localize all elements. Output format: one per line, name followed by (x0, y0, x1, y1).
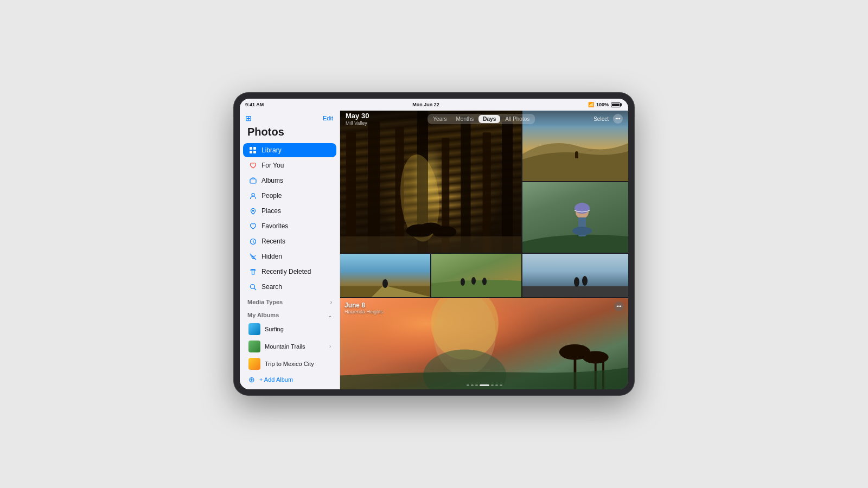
svg-rect-4 (250, 179, 256, 183)
june8-header: June 8 Hacienda Heights (344, 301, 383, 314)
june8-date: June 8 (344, 301, 383, 309)
view-tabs: Years Months Days All Photos (427, 114, 535, 124)
library-label: Library (261, 146, 331, 154)
ipad-device: 9:41 AM Mon Jun 22 📶 100% ⊞ Edit (233, 92, 635, 396)
status-date: Mon Jun 22 (412, 102, 439, 107)
sidebar-edit-button[interactable]: Edit (323, 115, 333, 121)
battery-percent: 100% (596, 102, 609, 107)
svg-rect-22 (340, 236, 521, 253)
app-body: ⊞ Edit Photos Library (240, 111, 628, 389)
svg-point-39 (583, 351, 609, 363)
photo-cyclist-woman[interactable] (522, 182, 628, 253)
photo-forest-main[interactable] (340, 111, 521, 253)
mountain-expand-icon[interactable]: › (329, 344, 331, 349)
hidden-label: Hidden (261, 253, 331, 260)
tab-all-photos[interactable]: All Photos (501, 115, 534, 123)
select-button[interactable]: Select (593, 116, 609, 122)
albums-label: Albums (261, 177, 331, 184)
more-options-button[interactable]: ••• (613, 114, 623, 124)
media-types-title: Media Types (247, 299, 283, 305)
tab-days[interactable]: Days (478, 115, 500, 123)
album-item-mexico[interactable]: Trip to Mexico City (243, 356, 336, 372)
section-date-header: May 30 Mill Valley (346, 112, 369, 126)
for-you-label: For You (261, 162, 331, 169)
svg-rect-3 (253, 151, 256, 153)
media-types-chevron[interactable]: › (330, 299, 332, 305)
status-time: 9:41 AM (245, 102, 264, 107)
sidebar-item-library[interactable]: Library (243, 143, 336, 157)
sidebar-item-recents[interactable]: Recents (243, 234, 336, 248)
svg-point-6 (252, 210, 253, 211)
photo-woman-portrait[interactable] (340, 298, 628, 389)
recents-icon (248, 237, 257, 246)
current-date-display: May 30 (346, 112, 369, 120)
photo-road-sky[interactable] (340, 254, 430, 297)
shared-albums-section-header: Shared Albums ⌄ (240, 387, 340, 389)
scroll-dot (495, 384, 498, 386)
sidebar-item-recently-deleted[interactable]: Recently Deleted (243, 265, 336, 279)
svg-point-31 (471, 277, 476, 285)
photo-cyclist-racing[interactable] (522, 254, 628, 297)
scroll-indicator (467, 384, 502, 386)
status-bar: 9:41 AM Mon Jun 22 📶 100% (240, 99, 628, 111)
hidden-icon (248, 252, 257, 261)
tab-years[interactable]: Years (429, 115, 451, 123)
svg-point-27 (572, 227, 592, 235)
current-location-display: Mill Valley (346, 120, 369, 126)
photo-content-area: May 30 Mill Valley Years Months Days All… (340, 111, 628, 389)
add-album-button[interactable]: ⊕ + Add Album (243, 373, 336, 386)
device-screen: 9:41 AM Mon Jun 22 📶 100% ⊞ Edit (240, 99, 628, 389)
tab-months[interactable]: Months (452, 115, 478, 123)
toolbar-actions: Select ••• (593, 114, 623, 124)
album-item-mountain-trails[interactable]: Mountain Trails › (243, 338, 336, 355)
photo-toolbar: May 30 Mill Valley Years Months Days All… (340, 111, 628, 127)
people-icon (248, 191, 257, 200)
svg-rect-11 (368, 121, 380, 253)
sidebar-item-places[interactable]: Places (243, 204, 336, 218)
svg-rect-16 (483, 132, 491, 253)
photos-scroll-area[interactable]: June 8 Hacienda Heights ••• (340, 111, 628, 389)
scroll-dot (491, 384, 494, 386)
scroll-dot (471, 384, 474, 386)
add-album-icon: ⊕ (248, 375, 255, 384)
sidebar-item-people[interactable]: People (243, 189, 336, 203)
my-albums-section-header: My Albums ⌄ (240, 307, 340, 320)
surfing-thumb (248, 323, 260, 335)
status-right: 📶 100% (588, 102, 621, 107)
svg-point-30 (461, 278, 465, 286)
svg-rect-10 (346, 132, 356, 253)
photo-cyclists-road[interactable] (431, 254, 521, 297)
search-label: Search (261, 283, 331, 291)
places-label: Places (261, 207, 331, 215)
search-icon (248, 282, 257, 291)
library-icon (248, 146, 257, 155)
svg-point-8 (250, 284, 254, 288)
my-albums-chevron[interactable]: ⌄ (328, 312, 332, 318)
scroll-dot (500, 384, 502, 386)
scroll-dot (475, 384, 478, 386)
svg-rect-24 (575, 153, 578, 158)
recently-deleted-label: Recently Deleted (261, 268, 331, 275)
sidebar-item-for-you[interactable]: For You (243, 158, 336, 172)
may30-top-grid (340, 111, 628, 253)
svg-rect-17 (502, 121, 513, 253)
app-title: Photos (240, 125, 340, 143)
sidebar-item-hidden[interactable]: Hidden (243, 249, 336, 264)
june8-section: June 8 Hacienda Heights ••• (340, 298, 628, 389)
wifi-icon: 📶 (588, 102, 594, 107)
svg-point-5 (252, 193, 254, 196)
album-item-surfing[interactable]: Surfing (243, 321, 336, 337)
mexico-thumb (248, 358, 260, 370)
svg-rect-1 (253, 147, 256, 150)
mountain-thumb (248, 341, 260, 352)
sidebar-item-albums[interactable]: Albums (243, 174, 336, 188)
sidebar-item-favorites[interactable]: Favorites (243, 219, 336, 233)
june8-more-button[interactable]: ••• (614, 301, 624, 311)
scroll-dot-active (480, 384, 489, 386)
sidebar: ⊞ Edit Photos Library (240, 111, 340, 389)
sidebar-header: ⊞ Edit (240, 111, 340, 125)
sidebar-collapse-icon[interactable]: ⊞ (245, 114, 252, 123)
screen-inner: 9:41 AM Mon Jun 22 📶 100% ⊞ Edit (240, 99, 628, 389)
sidebar-item-search[interactable]: Search (243, 280, 336, 294)
may30-bottom-grid (340, 254, 628, 297)
